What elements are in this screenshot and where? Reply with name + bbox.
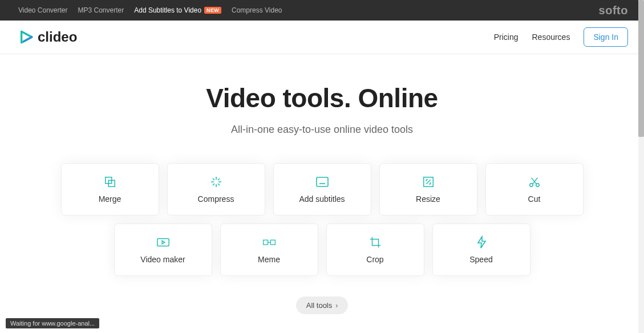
header: clideo Pricing Resources Sign In [0,21,644,54]
tool-label: Video maker [140,255,185,264]
subtitles-icon [315,175,329,189]
tool-label: Speed [469,255,492,264]
new-badge: NEW [204,7,221,14]
tool-label: Crop [366,255,383,264]
topbar-link-label: Add Subtitles to Video [134,6,201,14]
status-bar: Waiting for www.google-anal... [6,318,99,328]
svg-rect-8 [263,240,268,245]
tool-label: Add subtitles [299,194,345,204]
pricing-link[interactable]: Pricing [494,33,519,42]
topbar: Video Converter MP3 Converter Add Subtit… [0,0,644,21]
tool-label: Meme [258,255,280,264]
cut-icon [528,175,541,189]
video-maker-icon [156,235,170,249]
tool-card-add-subtitles[interactable]: Add subtitles [273,163,371,216]
svg-point-5 [529,184,533,187]
brand-name: clideo [38,29,77,45]
resources-link[interactable]: Resources [532,33,570,42]
page-title: Video tools. Online [0,83,644,113]
tool-card-video-maker[interactable]: Video maker [114,224,212,276]
resize-icon [422,175,435,189]
topbar-link-compress-video[interactable]: Compress Video [232,6,282,14]
tool-row-2: Video maker Meme Crop Speed [0,224,644,276]
tool-label: Merge [99,194,121,204]
play-icon [18,29,34,45]
crop-icon [368,235,382,249]
softo-brand[interactable]: softo [599,4,628,17]
tool-card-cut[interactable]: Cut [485,163,584,216]
scrollbar-thumb[interactable] [638,0,644,137]
svg-rect-7 [157,239,168,246]
tool-card-meme[interactable]: Meme [220,224,318,276]
svg-rect-9 [270,240,275,245]
tool-card-crop[interactable]: Crop [326,224,424,276]
tool-card-resize[interactable]: Resize [379,163,477,216]
header-right: Pricing Resources Sign In [494,27,628,47]
topbar-link-mp3-converter[interactable]: MP3 Converter [78,6,124,14]
chevron-right-icon: › [335,302,338,310]
tool-row-1: Merge Compress Add subtitles Resize Cut [0,163,644,216]
all-tools-button[interactable]: All tools › [296,297,349,314]
topbar-link-video-converter[interactable]: Video Converter [18,6,68,14]
merge-icon [103,175,117,189]
svg-point-6 [536,184,539,187]
tool-card-compress[interactable]: Compress [167,163,265,216]
topbar-links: Video Converter MP3 Converter Add Subtit… [18,6,282,14]
topbar-link-add-subtitles[interactable]: Add Subtitles to Video NEW [134,6,221,14]
sign-in-button[interactable]: Sign In [584,27,628,47]
svg-rect-2 [317,177,328,186]
page-subtitle: All-in-one easy-to-use online video tool… [0,124,644,136]
scrollbar-track[interactable] [638,0,644,333]
tool-label: Resize [416,194,440,204]
compress-icon [209,175,223,189]
tool-label: Compress [198,194,234,204]
hero: Video tools. Online All-in-one easy-to-u… [0,83,644,136]
tool-grid: Merge Compress Add subtitles Resize Cut [0,163,644,276]
all-tools-label: All tools [306,301,333,310]
tool-label: Cut [528,194,541,204]
tool-card-speed[interactable]: Speed [432,224,530,276]
tool-card-merge[interactable]: Merge [61,163,159,216]
brand[interactable]: clideo [18,29,77,45]
meme-icon [262,235,276,249]
speed-icon [475,235,488,249]
all-tools-wrap: All tools › [0,297,644,314]
